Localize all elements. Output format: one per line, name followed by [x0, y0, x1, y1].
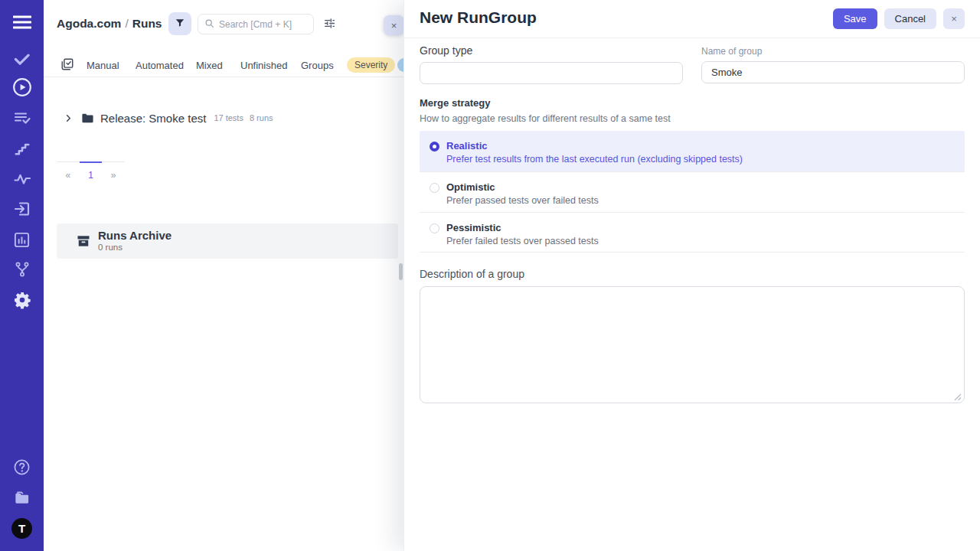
pagination-prev[interactable]: « — [57, 161, 80, 181]
option-description: Prefer test results from the last execut… — [446, 154, 743, 165]
tab-mixed[interactable]: Mixed — [196, 60, 223, 71]
new-rungroup-modal: New RunGroup Save Cancel × Group type Na… — [403, 0, 980, 551]
cancel-button[interactable]: Cancel — [884, 8, 936, 29]
filter-tabs-bar: Manual Automated Mixed Unfinished Groups… — [44, 54, 403, 77]
merge-strategy-hint: How to aggregate results for different r… — [420, 113, 965, 124]
search-box — [198, 14, 314, 34]
tab-automated[interactable]: Automated — [136, 60, 184, 71]
runs-archive-row[interactable]: Runs Archive 0 runs — [57, 223, 398, 259]
archive-count: 0 runs — [98, 243, 122, 252]
modal-actions: Save Cancel × — [833, 8, 965, 29]
severity-badge[interactable]: Severity — [347, 57, 395, 73]
save-button[interactable]: Save — [833, 8, 877, 29]
filter-button[interactable] — [168, 12, 191, 35]
option-description: Prefer passed tests over failed tests — [446, 195, 599, 206]
settings-gear-icon[interactable] — [11, 289, 33, 311]
projects-folder-icon[interactable] — [11, 487, 33, 508]
folder-icon — [81, 112, 94, 125]
chevron-right-icon[interactable] — [64, 114, 73, 122]
breadcrumb-project[interactable]: Agoda.com — [57, 17, 121, 30]
select-all-button[interactable] — [60, 57, 75, 73]
steps-icon[interactable] — [11, 138, 33, 159]
modal-body: Group type Name of group Merge strategy … — [420, 38, 965, 406]
play-circle-icon[interactable] — [11, 77, 33, 98]
option-realistic[interactable]: Realistic Prefer test results from the l… — [420, 131, 965, 171]
pagination-page-1[interactable]: 1 — [80, 161, 103, 181]
modal-close-button[interactable]: × — [943, 8, 965, 29]
option-title: Optimistic — [446, 181, 599, 193]
archive-box-icon — [76, 233, 91, 252]
name-of-group-input[interactable] — [701, 61, 965, 83]
app-sidebar: T — [0, 0, 44, 551]
import-run-icon[interactable] — [11, 198, 33, 220]
tab-unfinished[interactable]: Unfinished — [240, 60, 287, 71]
runs-panel: Agoda.com/Runs × Manual Automated Mixed … — [44, 0, 403, 551]
option-title: Pessimistic — [446, 222, 599, 233]
funnel-icon — [175, 18, 185, 31]
help-circle-icon[interactable] — [11, 456, 33, 478]
runs-check-icon[interactable] — [11, 47, 33, 69]
form-row-top: Group type Name of group — [420, 38, 965, 84]
modal-title: New RunGroup — [420, 8, 537, 27]
close-icon: × — [951, 13, 957, 24]
radio-icon[interactable] — [430, 183, 439, 193]
tab-groups[interactable]: Groups — [301, 60, 334, 71]
menu-icon[interactable] — [11, 11, 33, 33]
activity-pulse-icon[interactable] — [11, 168, 33, 190]
tab-manual[interactable]: Manual — [87, 60, 119, 71]
description-field-wrap — [420, 286, 965, 406]
user-avatar[interactable]: T — [11, 517, 33, 539]
radio-selected-icon[interactable] — [430, 142, 439, 152]
sliders-icon — [323, 17, 336, 32]
radio-icon[interactable] — [430, 223, 439, 233]
modal-header: New RunGroup Save Cancel × — [404, 0, 980, 38]
option-title: Realistic — [446, 140, 743, 152]
archive-title: Runs Archive — [98, 229, 172, 242]
option-description: Prefer failed tests over passed tests — [446, 236, 599, 246]
group-type-input[interactable] — [420, 62, 683, 84]
analytics-chart-icon[interactable] — [11, 229, 33, 250]
description-label: Description of a group — [420, 268, 965, 280]
close-icon: × — [391, 21, 397, 31]
pagination: « 1 » — [57, 161, 125, 181]
view-settings-button[interactable] — [322, 17, 337, 32]
breadcrumb-page: Runs — [132, 17, 162, 30]
select-all-icon — [60, 57, 74, 73]
runs-count: 8 runs — [250, 113, 273, 122]
pagination-next[interactable]: » — [102, 161, 125, 181]
breadcrumb: Agoda.com/Runs — [57, 17, 162, 31]
test-list-icon[interactable] — [11, 107, 33, 129]
search-icon — [204, 18, 214, 31]
run-group-row[interactable]: Release: Smoke test 17 tests 8 runs — [44, 107, 403, 129]
option-optimistic[interactable]: Optimistic Prefer passed tests over fail… — [420, 171, 965, 212]
close-panel-button[interactable]: × — [384, 15, 403, 35]
merge-options-group: Realistic Prefer test results from the l… — [420, 131, 965, 253]
merge-strategy-label: Merge strategy — [420, 97, 965, 109]
run-group-title[interactable]: Release: Smoke test — [100, 112, 206, 125]
group-type-label: Group type — [420, 44, 683, 57]
option-pessimistic[interactable]: Pessimistic Prefer failed tests over pas… — [420, 212, 965, 253]
avatar-letter: T — [11, 518, 32, 539]
breadcrumb-separator: / — [121, 17, 132, 30]
tests-count: 17 tests — [214, 113, 243, 122]
description-textarea[interactable] — [420, 286, 965, 403]
branches-icon[interactable] — [11, 259, 33, 280]
search-input[interactable] — [219, 19, 307, 30]
name-of-group-label: Name of group — [701, 46, 965, 57]
option-text: Optimistic Prefer passed tests over fail… — [446, 181, 599, 212]
panel-scrollbar[interactable] — [399, 263, 403, 280]
option-text: Realistic Prefer test results from the l… — [446, 140, 743, 171]
option-text: Pessimistic Prefer failed tests over pas… — [446, 222, 599, 252]
truncated-badge[interactable] — [397, 58, 403, 72]
